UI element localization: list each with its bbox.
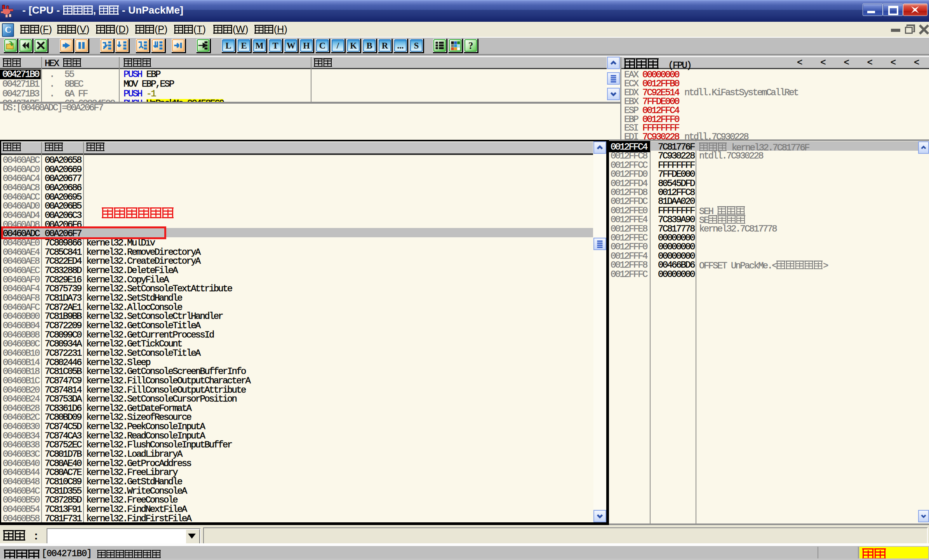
- svg-text:T: T: [272, 41, 278, 50]
- svg-text:W: W: [287, 41, 296, 50]
- svg-text:C: C: [319, 41, 325, 50]
- svg-text:M: M: [255, 41, 263, 50]
- svg-text:B: B: [366, 41, 372, 50]
- svg-text:?: ?: [468, 40, 473, 51]
- svg-text:K: K: [350, 41, 357, 50]
- svg-text:L: L: [225, 41, 231, 50]
- svg-text:S: S: [414, 41, 419, 50]
- svg-text:/: /: [336, 41, 339, 50]
- svg-text:...: ...: [397, 41, 404, 50]
- svg-text:R: R: [382, 41, 388, 50]
- svg-text:E: E: [241, 41, 247, 50]
- svg-text:H: H: [303, 41, 310, 50]
